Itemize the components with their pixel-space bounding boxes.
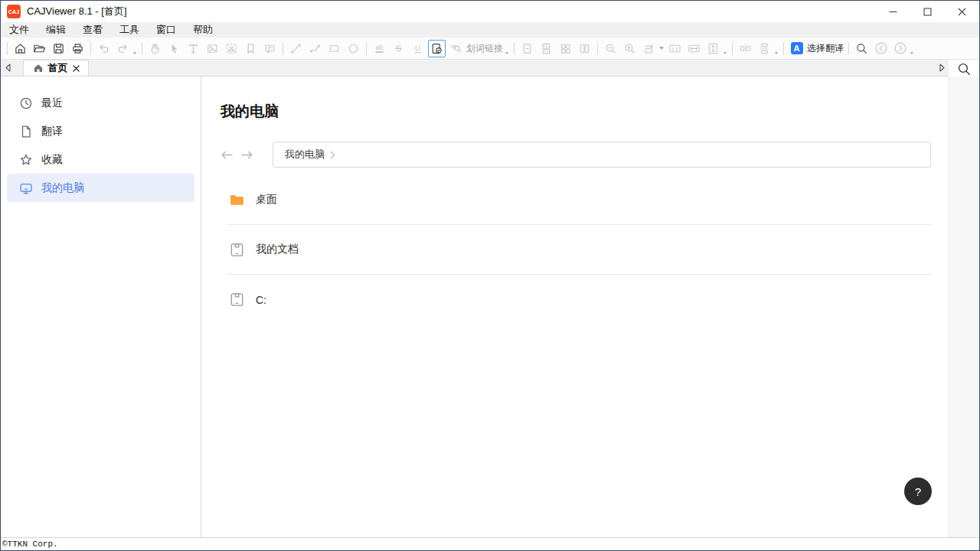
breadcrumb[interactable]: 我的电脑: [273, 142, 931, 168]
continuous-page-button[interactable]: [537, 40, 555, 57]
image-tool-button[interactable]: [204, 40, 221, 57]
ellipse-tool-button[interactable]: [345, 40, 362, 57]
rectangle-tool-button[interactable]: [325, 40, 343, 57]
drive-icon: [229, 292, 245, 308]
toolbar-separator: [514, 42, 514, 55]
sidebar-item-label: 我的电脑: [41, 181, 84, 195]
select-cursor-button[interactable]: [165, 40, 183, 57]
dropdown-caret-icon[interactable]: [133, 52, 136, 54]
rotate-dropdown-caret-icon[interactable]: [659, 47, 664, 50]
rotate-button[interactable]: [640, 40, 658, 57]
tab-scroll-right-icon[interactable]: [935, 60, 949, 76]
sidebar-item-translate[interactable]: 翻译: [7, 117, 194, 145]
copyright-text: ©TTKN Corp.: [1, 540, 58, 549]
line-tool-button[interactable]: [287, 40, 305, 57]
dropdown-caret-icon[interactable]: [505, 52, 508, 54]
file-row-c-drive[interactable]: C:: [227, 275, 932, 324]
single-page-button[interactable]: [518, 40, 536, 57]
zoom-in-button[interactable]: [621, 40, 639, 57]
file-name[interactable]: 我的文档: [256, 243, 299, 256]
hand-pan-button[interactable]: [146, 40, 164, 57]
toolbar-separator: [783, 42, 784, 55]
word-link-button[interactable]: [447, 40, 465, 57]
actual-size-button[interactable]: 1:1: [666, 40, 684, 57]
menu-tools[interactable]: 工具: [111, 22, 148, 37]
sidebar-item-label: 收藏: [41, 153, 63, 167]
toolbar-separator: [90, 42, 91, 55]
dropdown-caret-icon[interactable]: [775, 52, 778, 54]
tab-home-icon: [33, 63, 44, 73]
close-button[interactable]: [945, 1, 979, 22]
menu-window[interactable]: 窗口: [148, 22, 185, 37]
menu-help[interactable]: 帮助: [185, 22, 221, 37]
file-row-desktop[interactable]: 桌面: [227, 175, 932, 225]
file-name[interactable]: 桌面: [256, 193, 277, 207]
toolbar-separator: [142, 42, 142, 55]
toolbar: ab S U 划词链接: [1, 37, 979, 60]
zoom-out-button[interactable]: [602, 40, 619, 57]
previous-result-button[interactable]: [872, 40, 890, 57]
word-link-label[interactable]: 划词链接: [466, 42, 503, 55]
tab-scroll-left-icon[interactable]: [1, 60, 15, 76]
main-panel: 我的电脑 我的电脑: [201, 77, 949, 537]
sidebar-item-label: 翻译: [41, 125, 63, 139]
dropdown-caret-icon[interactable]: [910, 52, 913, 54]
content-area: 最近 翻译 收藏 我的电脑 我的电脑: [1, 77, 979, 537]
svg-text:1:1: 1:1: [671, 45, 678, 51]
forward-arrow-icon[interactable]: [240, 149, 253, 161]
home-button[interactable]: [11, 40, 29, 57]
app-window: CAJ CAJViewer 8.1 - [首页] 文件 编辑 查看 工具 窗口 …: [0, 0, 980, 551]
sidebar-item-my-computer[interactable]: 我的电脑: [7, 174, 194, 202]
print-button[interactable]: [69, 40, 87, 57]
fit-height-button[interactable]: [704, 40, 722, 57]
dropdown-caret-icon[interactable]: [724, 52, 727, 54]
highlight-tool-button[interactable]: ab: [371, 40, 388, 57]
menu-file[interactable]: 文件: [1, 22, 38, 37]
back-arrow-icon[interactable]: [220, 149, 234, 161]
maximize-button[interactable]: [910, 1, 945, 22]
undo-button[interactable]: [95, 40, 113, 57]
app-logo-icon: CAJ: [7, 5, 21, 18]
sidebar-item-recent[interactable]: 最近: [7, 89, 194, 117]
toolbar-separator: [7, 42, 8, 55]
file-name[interactable]: C:: [256, 294, 266, 306]
sidebar-item-favorites[interactable]: 收藏: [7, 145, 194, 174]
next-result-button[interactable]: [891, 40, 909, 57]
page-title: 我的电脑: [220, 102, 949, 122]
distribute-objects-button[interactable]: [756, 40, 773, 57]
facing-pages-button[interactable]: [576, 40, 593, 57]
snapshot-tool-button[interactable]: [223, 40, 240, 57]
save-button[interactable]: [50, 40, 67, 57]
find-button[interactable]: [853, 40, 871, 57]
toolbar-separator: [597, 42, 598, 55]
menu-bar: 文件 编辑 查看 工具 窗口 帮助: [1, 22, 979, 37]
help-button[interactable]: ?: [904, 478, 932, 505]
text-tool-button[interactable]: [185, 40, 202, 57]
select-translate-button[interactable]: A: [788, 40, 805, 57]
align-objects-button[interactable]: [737, 40, 754, 57]
menu-view[interactable]: 查看: [74, 22, 111, 37]
strikethrough-tool-button[interactable]: S: [390, 40, 407, 57]
multi-page-grid-button[interactable]: [557, 40, 574, 57]
ocr-capture-button[interactable]: [428, 40, 446, 57]
curve-tool-button[interactable]: [306, 40, 324, 57]
note-tool-button[interactable]: [261, 40, 279, 57]
window-title: CAJViewer 8.1 - [首页]: [27, 5, 127, 18]
underline-tool-button[interactable]: U: [409, 40, 426, 57]
redo-button[interactable]: [114, 40, 132, 57]
select-translate-label[interactable]: 选择翻译: [807, 42, 844, 55]
svg-text:ab: ab: [376, 44, 384, 51]
breadcrumb-path[interactable]: 我的电脑: [285, 148, 325, 161]
breadcrumb-chevron-icon: [330, 151, 335, 159]
file-row-my-documents[interactable]: 我的文档: [227, 225, 932, 275]
tab-close-icon[interactable]: [73, 65, 80, 72]
open-folder-button[interactable]: [31, 40, 48, 57]
bookmark-tool-button[interactable]: [242, 40, 260, 57]
minimize-button[interactable]: [876, 1, 910, 22]
menu-edit[interactable]: 编辑: [38, 22, 74, 37]
clock-icon: [19, 96, 33, 110]
panel-search-button[interactable]: [949, 60, 979, 77]
tab-home[interactable]: 首页: [23, 60, 89, 76]
drive-icon: [229, 242, 245, 258]
fit-width-button[interactable]: [685, 40, 703, 57]
